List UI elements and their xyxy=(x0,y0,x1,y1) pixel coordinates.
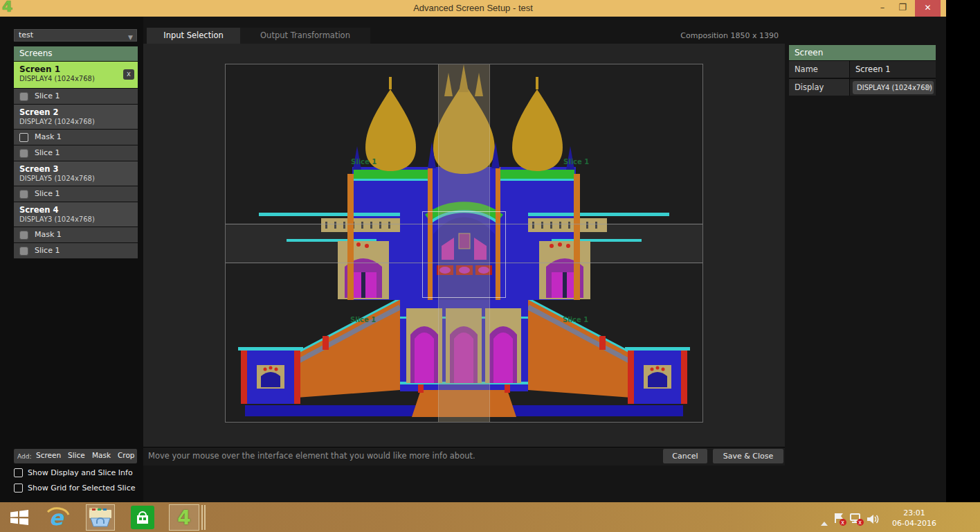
screen-display: DISPLAY5 (1024x768) xyxy=(19,175,95,182)
arena-4-app-button[interactable]: 4 xyxy=(169,504,199,531)
window-title: Advanced Screen Setup - test xyxy=(0,0,946,17)
screen-display: DISPLAY3 (1024x768) xyxy=(19,215,95,223)
selected-slice-outline[interactable] xyxy=(422,211,506,298)
display-dropdown-value: DISPLAY4 (1024x768) xyxy=(857,84,932,91)
windows-store-icon xyxy=(131,506,154,529)
mask-label: Mask 1 xyxy=(35,230,62,239)
svg-text:x: x xyxy=(858,520,862,526)
screen-display: DISPLAY2 (1024x768) xyxy=(19,118,95,125)
windows-logo-icon xyxy=(10,510,28,525)
cancel-button[interactable]: Cancel xyxy=(663,449,707,463)
sidebar-item-screen-2[interactable]: Screen 2 DISPLAY2 (1024x768) xyxy=(14,105,138,129)
add-screen-button[interactable]: Screen xyxy=(36,451,61,459)
sidebar-item-slice[interactable]: Slice 1 xyxy=(14,89,138,104)
show-display-info-label: Show Display and Slice Info xyxy=(28,468,133,477)
add-toolbar: Add: Screen Slice Mask Crop xyxy=(14,449,137,463)
sidebar-item-screen-1[interactable]: Screen 1 DISPLAY4 (1024x768) x xyxy=(14,62,138,88)
flag-alert-icon: x xyxy=(833,513,847,526)
display-dropdown[interactable]: DISPLAY4 (1024x768) ▼ xyxy=(853,81,934,94)
save-close-button[interactable]: Save & Close xyxy=(713,449,783,463)
tray-time-text: 23:01 xyxy=(889,508,939,518)
sidebar-item-slice[interactable]: Slice 1 xyxy=(14,145,138,161)
sidebar-item-mask[interactable]: Mask 1 xyxy=(14,227,138,242)
screen-name: Screen 2 xyxy=(19,107,59,117)
sidebar-item-mask[interactable]: Mask 1 xyxy=(14,130,138,145)
status-text: Move your mouse over the interface eleme… xyxy=(148,447,475,466)
chevron-up-icon xyxy=(819,520,829,527)
slice-label: Slice 1 xyxy=(35,91,60,100)
internet-explorer-icon: e xyxy=(45,506,70,529)
remove-screen-button[interactable]: x xyxy=(123,69,134,80)
network-disconnected-icon: x xyxy=(850,513,864,526)
add-label: Add: xyxy=(17,453,31,460)
svg-text:x: x xyxy=(841,520,844,526)
mask-checkbox[interactable] xyxy=(19,133,28,142)
slice-label-overlay: Slice 1 xyxy=(350,316,376,323)
slice-checkbox[interactable] xyxy=(19,190,28,199)
slice-label-overlay: Slice 1 xyxy=(351,158,376,166)
network-status-button[interactable]: x xyxy=(850,513,864,529)
mask-checkbox[interactable] xyxy=(19,231,28,240)
slice-label-overlay: Slice 1 xyxy=(563,158,589,166)
chevron-down-icon: ▼ xyxy=(926,82,931,95)
speaker-icon xyxy=(866,513,880,525)
tab-input-selection[interactable]: Input Selection xyxy=(147,28,240,44)
slice-label-overlay: Slice 1 xyxy=(563,316,588,323)
composition-size-label: Composition 1850 x 1390 xyxy=(623,28,779,44)
sidebar-item-slice[interactable]: Slice 1 xyxy=(14,243,138,258)
sidebar-item-screen-3[interactable]: Screen 3 DISPLAY5 (1024x768) xyxy=(14,161,138,186)
sidebar-item-slice[interactable]: Slice 1 xyxy=(14,186,138,202)
slice-checkbox[interactable] xyxy=(19,247,28,256)
screen-name: Screen 3 xyxy=(19,164,59,174)
stacked-window-edge xyxy=(201,505,203,530)
slice-checkbox[interactable] xyxy=(19,149,28,158)
add-slice-button[interactable]: Slice xyxy=(68,451,85,459)
file-explorer-icon xyxy=(88,507,113,528)
arena-4-icon: 4 xyxy=(177,506,190,529)
desktop-area xyxy=(946,0,980,502)
show-grid-label: Show Grid for Selected Slice xyxy=(28,484,135,493)
property-name-label: Name xyxy=(789,60,849,78)
screen-name-value: Screen 1 xyxy=(855,64,891,74)
slice-label: Slice 1 xyxy=(35,189,60,198)
properties-header: Screen xyxy=(789,45,936,60)
show-display-info-checkbox[interactable] xyxy=(14,468,23,477)
stacked-window-edge xyxy=(204,505,206,530)
minimize-button[interactable]: – xyxy=(873,0,891,17)
property-name-value[interactable]: Screen 1 xyxy=(849,60,936,78)
tray-expand-button[interactable] xyxy=(819,517,829,530)
start-button[interactable] xyxy=(6,504,33,531)
chevron-down-icon: ▼ xyxy=(128,32,133,43)
tab-output-transformation[interactable]: Output Transformation xyxy=(240,28,370,44)
close-button[interactable]: ✕ xyxy=(915,0,941,17)
windows-store-button[interactable] xyxy=(129,504,156,531)
property-display-value: DISPLAY4 (1024x768) ▼ xyxy=(849,78,936,96)
screen-name: Screen 1 xyxy=(19,64,60,74)
screen-display: DISPLAY4 (1024x768) xyxy=(19,75,95,82)
screen-name: Screen 4 xyxy=(19,205,59,215)
property-display-label: Display xyxy=(789,78,849,96)
file-explorer-button[interactable] xyxy=(86,504,115,531)
screens-list-header: Screens xyxy=(14,46,138,61)
volume-button[interactable] xyxy=(866,513,880,528)
preset-dropdown[interactable]: test ▼ xyxy=(14,29,137,42)
action-center-button[interactable]: x xyxy=(833,513,847,529)
sidebar-item-screen-4[interactable]: Screen 4 DISPLAY3 (1024x768) xyxy=(14,202,138,227)
internet-explorer-button[interactable]: e xyxy=(43,504,72,531)
slice-label: Slice 1 xyxy=(35,148,60,157)
preset-dropdown-value: test xyxy=(19,30,33,39)
maximize-button[interactable]: ❐ xyxy=(893,0,911,17)
add-crop-button[interactable]: Crop xyxy=(118,451,135,459)
tray-clock[interactable]: 23:01 06-04-2016 xyxy=(889,508,939,529)
slice-label: Slice 1 xyxy=(35,246,60,255)
add-mask-button[interactable]: Mask xyxy=(92,451,111,459)
tray-date-text: 06-04-2016 xyxy=(889,518,939,529)
slice-checkbox[interactable] xyxy=(19,92,28,101)
show-grid-checkbox[interactable] xyxy=(14,484,23,493)
screen: 4 Advanced Screen Setup - test – ❐ ✕ tes… xyxy=(0,0,980,532)
mask-label: Mask 1 xyxy=(35,132,62,141)
